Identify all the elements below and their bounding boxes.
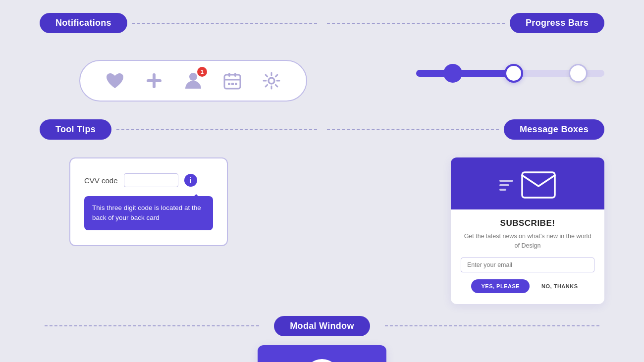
svg-point-11 — [268, 78, 274, 84]
welcome-emoji: 😄 — [304, 359, 340, 362]
message-box-bottom: SUBSCRIBE! Get the latest news on what's… — [451, 209, 604, 304]
user-icon-btn[interactable]: 1 — [182, 70, 204, 92]
notifications-bar: 1 — [79, 60, 307, 102]
progress-bars-header: Progress Bars — [510, 13, 604, 33]
calendar-icon — [221, 70, 243, 92]
speed-line-1 — [499, 180, 513, 182]
yes-please-button[interactable]: YES, PLEASE — [471, 279, 530, 293]
tooltips-header: Tool Tips — [40, 119, 111, 140]
gear-icon — [261, 70, 282, 92]
tooltip-text: This three digit code is located at the … — [92, 204, 201, 221]
svg-rect-12 — [522, 172, 555, 198]
svg-point-2 — [189, 73, 197, 81]
svg-rect-3 — [224, 75, 240, 89]
message-box-top — [451, 157, 604, 209]
notification-badge: 1 — [197, 67, 207, 77]
dashed-divider-top-right — [327, 23, 505, 24]
heart-icon — [104, 70, 126, 92]
slider-thumb-3[interactable] — [569, 64, 588, 83]
notifications-header: Notifications — [40, 13, 127, 33]
modal-top: 😄 — [258, 345, 386, 362]
dashed-divider-bottom-left — [45, 325, 259, 326]
tooltip-bubble: This three digit code is located at the … — [84, 196, 213, 230]
speed-line-3 — [499, 189, 506, 191]
svg-rect-1 — [147, 79, 161, 82]
svg-rect-9 — [235, 83, 237, 85]
info-icon-btn[interactable]: i — [184, 174, 197, 187]
slider-thumb-1[interactable] — [443, 64, 462, 83]
plus-icon-btn[interactable] — [143, 70, 165, 92]
svg-rect-4 — [228, 73, 230, 77]
svg-rect-7 — [228, 83, 230, 85]
speed-lines — [499, 180, 513, 191]
speed-line-2 — [499, 184, 509, 186]
modal-window-header: Modal Window — [274, 316, 370, 336]
cvv-row: CVV code i — [84, 173, 213, 187]
settings-icon-btn[interactable] — [261, 70, 282, 92]
subscribe-email-input[interactable] — [461, 258, 594, 272]
tooltip-card: CVV code i This three digit code is loca… — [69, 157, 228, 246]
dashed-divider-mid-right — [327, 129, 499, 130]
dashed-divider-top-left — [132, 23, 317, 24]
plus-icon — [143, 70, 165, 92]
message-box-card: SUBSCRIBE! Get the latest news on what's… — [451, 157, 604, 304]
subscribe-buttons: YES, PLEASE NO, THANKS — [461, 279, 594, 293]
no-thanks-button[interactable]: NO, THANKS — [536, 279, 584, 293]
cvv-input[interactable] — [124, 173, 178, 187]
heart-icon-btn[interactable] — [104, 70, 126, 92]
svg-rect-5 — [234, 73, 236, 77]
calendar-icon-btn[interactable] — [221, 70, 243, 92]
slider-thumb-2[interactable] — [504, 64, 523, 83]
svg-rect-8 — [231, 83, 234, 85]
subscribe-desc: Get the latest news on what's new in the… — [461, 232, 594, 251]
envelope-icon — [521, 171, 556, 199]
dashed-divider-mid-left — [116, 129, 317, 130]
message-boxes-header: Message Boxes — [504, 119, 604, 140]
dashed-divider-bottom-right — [385, 325, 599, 326]
subscribe-title: SUBSCRIBE! — [461, 218, 594, 228]
cvv-label: CVV code — [84, 176, 118, 185]
modal-card: 😄 Welcome aboard! You're finally ready, … — [258, 345, 386, 362]
